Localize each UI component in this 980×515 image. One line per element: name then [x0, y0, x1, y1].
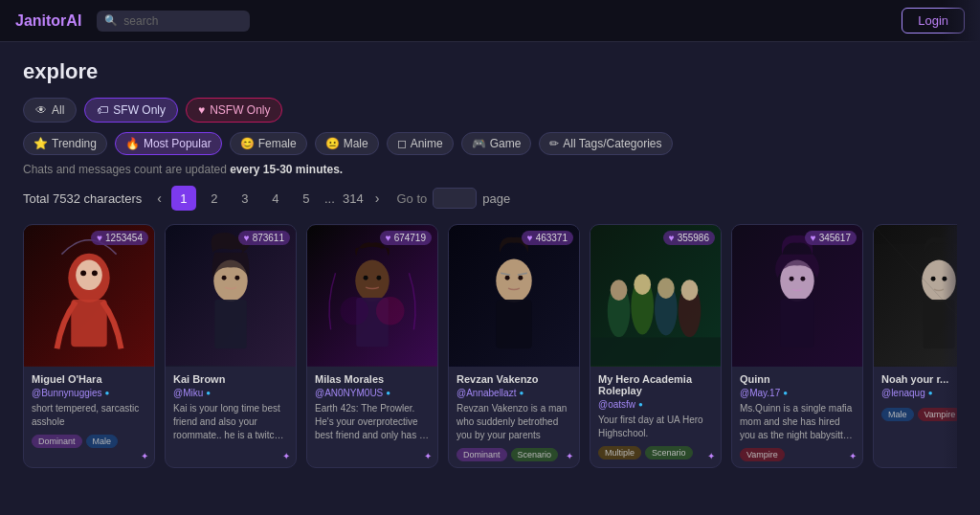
- search-input[interactable]: [123, 14, 242, 28]
- card-4[interactable]: ♥ 355986 My Hero Academia Roleplay @oats…: [590, 224, 722, 468]
- card-tags: Multiple Scenario: [598, 446, 713, 459]
- card-6[interactable]: Noah your r... @lenaqug ● Male Vampire ✦: [873, 224, 957, 468]
- page-num-314[interactable]: 314: [341, 186, 366, 211]
- filter-sfw[interactable]: 🏷 SFW Only: [84, 98, 178, 123]
- svg-point-38: [790, 277, 794, 281]
- card-author: @Miku ●: [173, 388, 288, 398]
- heart-icon: ♥: [669, 233, 675, 243]
- like-count: 355986: [678, 233, 709, 243]
- verified-icon: ●: [386, 389, 390, 397]
- card-body: Noah your r... @lenaqug ● Male Vampire: [874, 367, 957, 427]
- page-ellipsis: ...: [324, 191, 335, 206]
- tag-female[interactable]: 😊 Female: [230, 132, 307, 155]
- svg-point-19: [496, 259, 531, 302]
- card-tag: Scenario: [645, 446, 693, 459]
- card-author: @oatsfw ●: [598, 399, 713, 410]
- sparkle-icon: ✦: [707, 451, 715, 461]
- filter-sfw-label: SFW Only: [113, 103, 166, 117]
- card-tags: Male Vampire: [881, 408, 957, 421]
- goto-label: Go to: [396, 191, 427, 206]
- card-0[interactable]: ♥ 1253454 Miguel O'Hara @Bunnynuggies ● …: [23, 224, 155, 468]
- card-2[interactable]: ♥ 674719 Milas Morales @AN0NYM0US ● Eart…: [306, 224, 438, 468]
- card-tag: Scenario: [511, 448, 559, 461]
- svg-rect-34: [590, 337, 721, 366]
- tag-popular-label: Most Popular: [144, 137, 212, 150]
- page-num-5[interactable]: 5: [294, 186, 319, 211]
- update-note-prefix: Chats and messages count are updated: [23, 163, 230, 176]
- page-num-2[interactable]: 2: [202, 186, 227, 211]
- tag-alltags[interactable]: ✏ All Tags/Categories: [539, 132, 672, 155]
- svg-point-39: [800, 277, 805, 281]
- goto-input[interactable]: [433, 188, 477, 209]
- card-name: Kai Brown: [173, 373, 288, 385]
- svg-point-17: [376, 297, 405, 325]
- update-note: Chats and messages count are updated eve…: [23, 163, 957, 176]
- verified-icon: ●: [105, 389, 110, 397]
- prev-page-button[interactable]: ‹: [153, 189, 166, 208]
- male-icon: 😐: [325, 137, 340, 150]
- sparkle-icon: ✦: [849, 451, 857, 461]
- tag-game[interactable]: 🎮 Game: [461, 132, 532, 155]
- search-wrap: 🔍: [97, 11, 250, 32]
- svg-rect-8: [214, 300, 247, 348]
- verified-icon: ●: [519, 389, 523, 397]
- card-author: @Bunnynuggies ●: [32, 388, 146, 398]
- card-image: ♥ 463371: [449, 225, 579, 367]
- like-count: 1253454: [105, 233, 143, 243]
- tag-trending[interactable]: ⭐ Trending: [23, 132, 107, 155]
- fire-icon: 🔥: [125, 137, 140, 150]
- svg-point-9: [222, 276, 227, 280]
- card-body: My Hero Academia Roleplay @oatsfw ● Your…: [590, 367, 721, 465]
- card-tags: Dominant Male: [32, 435, 146, 448]
- svg-point-3: [76, 260, 102, 291]
- tag-alltags-label: All Tags/Categories: [563, 137, 661, 150]
- card-desc: Revzan Vakenzo is a man who suddenly bet…: [457, 402, 571, 442]
- card-tag: Male: [86, 435, 119, 448]
- tag-trending-label: Trending: [52, 137, 97, 150]
- card-name: Quinn: [740, 373, 855, 385]
- filter-nsfw[interactable]: ♥ NSFW Only: [186, 98, 282, 123]
- cards-container: ♥ 1253454 Miguel O'Hara @Bunnynuggies ● …: [23, 224, 957, 468]
- heart-icon: ♥: [386, 233, 391, 243]
- author-name: @oatsfw: [598, 399, 635, 410]
- card-body: Milas Morales @AN0NYM0US ● Earth 42s: Th…: [307, 367, 437, 454]
- sparkle-icon: ✦: [424, 451, 432, 461]
- page-num-3[interactable]: 3: [233, 186, 257, 211]
- anime-icon: ◻: [397, 137, 407, 150]
- card-tags: Vampire: [740, 448, 855, 461]
- svg-point-12: [355, 260, 389, 302]
- next-page-button[interactable]: ›: [371, 189, 384, 208]
- logo: JanitorAI: [15, 12, 81, 30]
- eye-icon: 👁: [35, 103, 47, 117]
- filter-all-label: All: [52, 103, 64, 117]
- card-author: @Annabellazt ●: [457, 388, 571, 398]
- card-tag: Vampire: [740, 448, 785, 461]
- card-author: @lenaqug ●: [881, 388, 957, 398]
- filter-all[interactable]: 👁 All: [23, 98, 77, 123]
- card-3[interactable]: ♥ 463371 Revzan Vakenzo @Annabellazt ● R…: [448, 224, 580, 468]
- card-1[interactable]: ♥ 873611 Kai Brown @Miku ● Kai is your l…: [165, 224, 297, 468]
- svg-point-29: [634, 274, 651, 295]
- card-image: ♥ 355986: [590, 225, 721, 367]
- card-5[interactable]: ♥ 345617 Quinn @May.17 ● Ms.Quinn is a s…: [731, 224, 863, 468]
- filter-nsfw-label: NSFW Only: [210, 103, 270, 117]
- login-button[interactable]: Login: [902, 8, 965, 34]
- tag-popular[interactable]: 🔥 Most Popular: [115, 132, 222, 155]
- svg-point-16: [340, 297, 368, 325]
- svg-point-41: [922, 260, 955, 302]
- search-icon: 🔍: [104, 14, 118, 27]
- tag-male-label: Male: [344, 137, 368, 150]
- tag-male[interactable]: 😐 Male: [315, 132, 379, 155]
- card-name: My Hero Academia Roleplay: [598, 373, 713, 396]
- card-tag: Dominant: [32, 435, 82, 448]
- tag-anime-label: Anime: [411, 137, 443, 150]
- card-desc: Kai is your long time best friend and al…: [173, 402, 288, 442]
- card-desc: Your first day at UA Hero Highschool.: [598, 414, 713, 440]
- like-count: 345617: [819, 233, 851, 243]
- page-num-1[interactable]: 1: [171, 186, 196, 211]
- card-image: ♥ 1253454: [24, 225, 154, 367]
- page-num-4[interactable]: 4: [263, 186, 288, 211]
- svg-rect-2: [71, 300, 106, 347]
- like-badge: ♥ 355986: [663, 231, 715, 245]
- tag-anime[interactable]: ◻ Anime: [387, 132, 454, 155]
